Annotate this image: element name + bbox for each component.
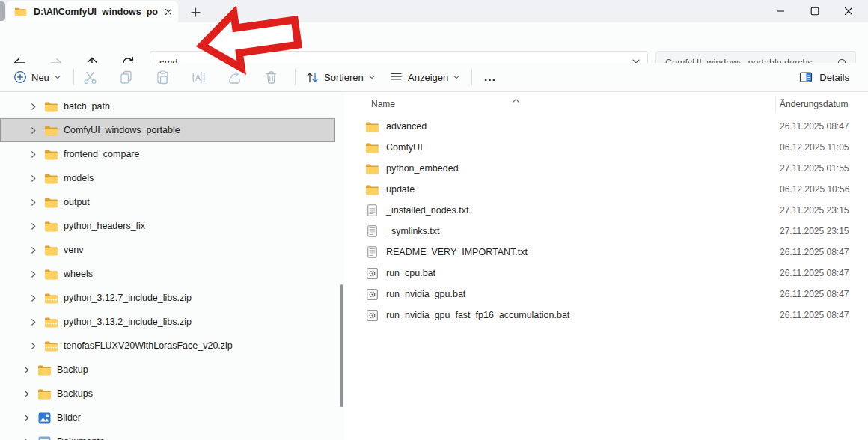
chevron-right-icon[interactable] [28,342,38,350]
folder-icon [43,101,58,112]
details-pane-label: Details [819,72,849,83]
new-button[interactable]: Neu [13,63,61,91]
chevron-right-icon[interactable] [28,103,38,111]
sidebar-item[interactable]: wheels [0,262,335,286]
file-modified-date: 27.11.2025 23:15 [780,226,849,236]
txt-icon [365,204,379,216]
minimize-icon[interactable] [771,2,789,20]
sort-ascending-icon [512,93,520,106]
folder-icon [14,7,27,17]
paste-icon[interactable] [149,66,176,88]
file-explorer-window: D:\AI\ComfyUI_windows_port [0,0,868,440]
list-lines-icon [389,70,403,85]
folder-icon [365,163,379,174]
file-row[interactable]: ComfyUI 06.12.2025 11:05 [349,137,868,158]
navigation-header [0,22,868,63]
sort-arrows-icon [305,70,320,85]
file-row[interactable]: run_nvidia_gpu.bat 26.11.2025 08:47 [349,284,868,305]
share-icon[interactable] [221,66,248,88]
folder-icon [43,149,58,160]
file-modified-date: 26.11.2025 08:47 [780,310,849,320]
file-row[interactable]: run_cpu.bat 26.11.2025 08:47 [349,263,868,284]
tab-title: D:\AI\ComfyUI_windows_port [34,7,158,17]
bat-icon [365,310,379,321]
file-name: python_embeded [386,163,459,174]
new-tab-button[interactable] [189,5,202,19]
sort-button[interactable]: Sortieren [305,63,376,91]
cut-icon[interactable] [76,66,103,88]
file-row[interactable]: python_embeded 27.11.2025 01:55 [349,158,868,179]
copy-icon[interactable] [112,66,139,88]
view-button[interactable]: Anzeigen [389,63,460,91]
file-name: run_nvidia_gpu.bat [386,289,465,299]
file-modified-date: 26.11.2025 08:47 [780,247,849,257]
more-options-button[interactable]: … [477,63,503,91]
sidebar-item[interactable]: frontend_compare [0,142,335,166]
close-icon[interactable] [840,2,858,20]
sidebar-item[interactable]: Backups [0,382,335,406]
chevron-right-icon[interactable] [22,366,31,374]
sidebar-item-label: ComfyUI_windows_portable [64,125,180,135]
chevron-right-icon[interactable] [28,126,38,135]
file-row[interactable]: update 06.12.2025 10:56 [349,179,868,200]
sidebar-item[interactable]: venv [0,238,335,262]
sidebar-item[interactable]: python_3.12.7_include_libs.zip [0,286,335,310]
chevron-right-icon[interactable] [22,414,31,422]
file-row[interactable]: advanced 26.11.2025 08:47 [349,116,868,137]
chevron-right-icon[interactable] [28,222,38,230]
file-name: update [386,184,415,195]
sidebar-item[interactable]: models [0,166,335,190]
folder-icon [43,197,58,208]
sidebar-item-label: python_3.13.2_include_libs.zip [64,317,192,327]
view-button-label: Anzeigen [408,72,448,83]
chevron-down-icon [368,73,376,81]
pictures-icon [37,412,52,424]
chevron-right-icon[interactable] [28,174,38,183]
chevron-down-icon [453,73,460,81]
sidebar-item[interactable]: Dokumente [0,430,335,440]
column-header-name[interactable]: Name [371,99,395,109]
chevron-right-icon[interactable] [28,198,38,207]
chevron-right-icon[interactable] [28,150,38,159]
delete-icon[interactable] [257,66,284,88]
maximize-icon[interactable] [806,2,824,20]
file-name: ComfyUI [386,142,423,153]
folder-icon [43,221,58,232]
chevron-right-icon[interactable] [28,294,38,302]
sidebar-item[interactable]: Backup [0,358,335,382]
sidebar-item-label: venv [64,245,83,255]
file-row[interactable]: _symlinks.txt 27.11.2025 23:15 [349,221,868,242]
chevron-right-icon[interactable] [22,390,31,398]
sidebar-item[interactable]: batch_path [0,94,335,118]
bat-icon [365,289,379,300]
folder-icon [365,121,379,132]
chevron-right-icon[interactable] [28,246,38,254]
file-row[interactable]: _installed_nodes.txt 27.11.2025 23:15 [349,200,868,221]
sidebar-item[interactable]: output [0,190,335,214]
rename-icon[interactable] [185,66,212,88]
file-row[interactable]: README_VERY_IMPORTANT.txt 26.11.2025 08:… [349,242,868,263]
file-row[interactable]: run_nvidia_gpu_fast_fp16_accumulation.ba… [349,305,868,326]
details-pane-button[interactable]: Details [798,63,849,91]
column-divider[interactable] [775,96,776,112]
column-header-date[interactable]: Änderungsdatum [780,99,848,109]
sidebar-item[interactable]: Bilder [0,406,335,430]
folder-icon [43,173,58,184]
chevron-right-icon[interactable] [22,438,31,440]
zip-icon [43,293,58,304]
tab-close-button[interactable] [165,8,172,16]
folder-icon [365,184,379,195]
zip-icon [43,317,58,328]
sidebar-scrollbar[interactable] [340,284,343,407]
sidebar-item-label: Backups [57,388,93,399]
sidebar-item[interactable]: ComfyUI_windows_portable [0,118,335,142]
toolbar-separator [73,69,74,85]
sidebar-item[interactable]: python_headers_fix [0,214,335,238]
explorer-tab[interactable]: D:\AI\ComfyUI_windows_port [6,1,178,22]
sidebar-item[interactable]: tenofasFLUXV20WithLorasFace_v20.zip [0,334,335,358]
chevron-right-icon[interactable] [28,270,38,278]
file-name: advanced [386,121,427,132]
txt-icon [365,246,379,258]
chevron-right-icon[interactable] [28,318,38,326]
sidebar-item[interactable]: python_3.13.2_include_libs.zip [0,310,335,334]
